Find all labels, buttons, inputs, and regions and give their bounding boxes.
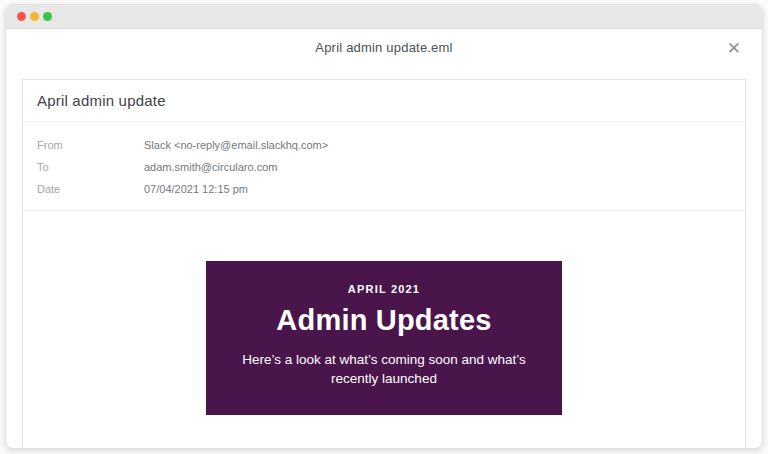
- banner-headline: Admin Updates: [206, 304, 562, 337]
- meta-row-from: From Slack <no-reply@email.slackhq.com>: [37, 134, 731, 156]
- date-label: Date: [37, 178, 144, 200]
- date-value: 07/04/2021 12:15 pm: [144, 178, 248, 200]
- meta-row-to: To adam.smith@circularo.com: [37, 156, 731, 178]
- to-label: To: [37, 156, 144, 178]
- email-body: APRIL 2021 Admin Updates Here’s a look a…: [23, 211, 745, 415]
- from-value: Slack <no-reply@email.slackhq.com>: [144, 134, 328, 156]
- meta-row-date: Date 07/04/2021 12:15 pm: [37, 178, 731, 200]
- email-meta-section: From Slack <no-reply@email.slackhq.com> …: [23, 122, 745, 211]
- banner-subtitle: Here’s a look at what’s coming soon and …: [232, 350, 537, 388]
- traffic-light-close-icon[interactable]: [17, 12, 26, 21]
- email-viewer-window: April admin update.eml ✕ April admin upd…: [5, 4, 763, 449]
- email-banner: APRIL 2021 Admin Updates Here’s a look a…: [206, 261, 562, 415]
- to-value: adam.smith@circularo.com: [144, 156, 277, 178]
- document-title: April admin update.eml: [315, 40, 452, 55]
- banner-kicker: APRIL 2021: [206, 283, 562, 295]
- traffic-light-zoom-icon[interactable]: [43, 12, 52, 21]
- email-subject: April admin update: [37, 92, 166, 109]
- from-label: From: [37, 134, 144, 156]
- traffic-light-minimize-icon[interactable]: [30, 12, 39, 21]
- document-title-row: April admin update.eml ✕: [6, 29, 762, 66]
- email-subject-header: April admin update: [23, 80, 745, 122]
- close-icon[interactable]: ✕: [727, 39, 741, 56]
- email-content-box: April admin update From Slack <no-reply@…: [22, 79, 746, 449]
- window-titlebar: [6, 5, 762, 29]
